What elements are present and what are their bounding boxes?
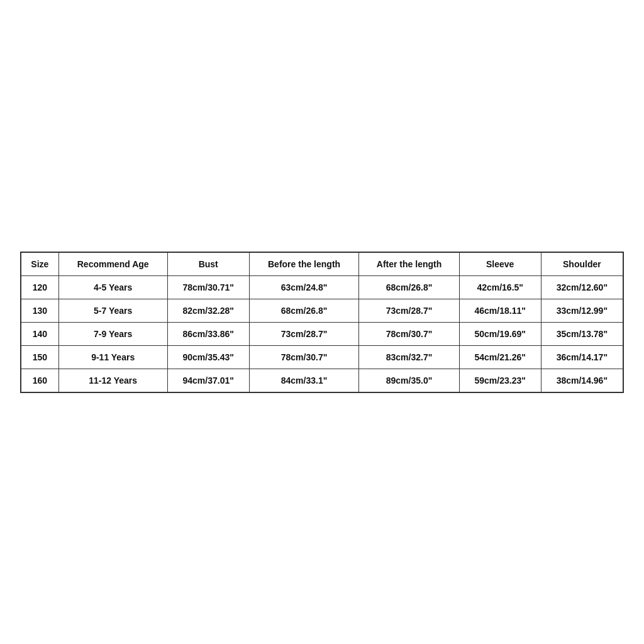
cell-before-length: 73cm/28.7" <box>249 322 359 345</box>
cell-after-length: 73cm/28.7" <box>359 299 459 322</box>
cell-bust: 82cm/32.28" <box>167 299 249 322</box>
cell-shoulder: 38cm/14.96" <box>541 369 623 392</box>
table-row: 1509-11 Years90cm/35.43"78cm/30.7"83cm/3… <box>21 345 623 369</box>
table-row: 1204-5 Years78cm/30.71"63cm/24.8"68cm/26… <box>21 275 623 299</box>
cell-bust: 90cm/35.43" <box>167 345 249 369</box>
cell-before-length: 78cm/30.7" <box>249 345 359 369</box>
cell-shoulder: 35cm/13.78" <box>541 322 623 345</box>
cell-age: 5-7 Years <box>58 299 167 322</box>
cell-size: 130 <box>21 299 58 322</box>
header-size: Size <box>21 252 58 276</box>
header-bust: Bust <box>167 252 249 276</box>
cell-shoulder: 32cm/12.60" <box>541 275 623 299</box>
size-chart-container: Size Recommend Age Bust Before the lengt… <box>20 252 624 393</box>
cell-sleeve: 42cm/16.5" <box>459 275 541 299</box>
cell-before-length: 84cm/33.1" <box>249 369 359 392</box>
cell-after-length: 68cm/26.8" <box>359 275 459 299</box>
cell-sleeve: 54cm/21.26" <box>459 345 541 369</box>
header-after-length: After the length <box>359 252 459 276</box>
cell-sleeve: 59cm/23.23" <box>459 369 541 392</box>
cell-size: 150 <box>21 345 58 369</box>
header-shoulder: Shoulder <box>541 252 623 276</box>
cell-after-length: 78cm/30.7" <box>359 322 459 345</box>
cell-age: 11-12 Years <box>58 369 167 392</box>
cell-age: 9-11 Years <box>58 345 167 369</box>
cell-after-length: 83cm/32.7" <box>359 345 459 369</box>
cell-before-length: 63cm/24.8" <box>249 275 359 299</box>
cell-bust: 86cm/33.86" <box>167 322 249 345</box>
cell-sleeve: 46cm/18.11" <box>459 299 541 322</box>
table-header-row: Size Recommend Age Bust Before the lengt… <box>21 252 623 276</box>
table-row: 1407-9 Years86cm/33.86"73cm/28.7"78cm/30… <box>21 322 623 345</box>
cell-size: 160 <box>21 369 58 392</box>
cell-age: 7-9 Years <box>58 322 167 345</box>
table-row: 16011-12 Years94cm/37.01"84cm/33.1"89cm/… <box>21 369 623 392</box>
cell-size: 140 <box>21 322 58 345</box>
cell-before-length: 68cm/26.8" <box>249 299 359 322</box>
cell-bust: 94cm/37.01" <box>167 369 249 392</box>
cell-shoulder: 36cm/14.17" <box>541 345 623 369</box>
cell-size: 120 <box>21 275 58 299</box>
size-chart-table: Size Recommend Age Bust Before the lengt… <box>20 252 624 393</box>
cell-shoulder: 33cm/12.99" <box>541 299 623 322</box>
cell-bust: 78cm/30.71" <box>167 275 249 299</box>
table-row: 1305-7 Years82cm/32.28"68cm/26.8"73cm/28… <box>21 299 623 322</box>
header-before-length: Before the length <box>249 252 359 276</box>
header-recommend-age: Recommend Age <box>58 252 167 276</box>
cell-sleeve: 50cm/19.69" <box>459 322 541 345</box>
cell-age: 4-5 Years <box>58 275 167 299</box>
cell-after-length: 89cm/35.0" <box>359 369 459 392</box>
header-sleeve: Sleeve <box>459 252 541 276</box>
